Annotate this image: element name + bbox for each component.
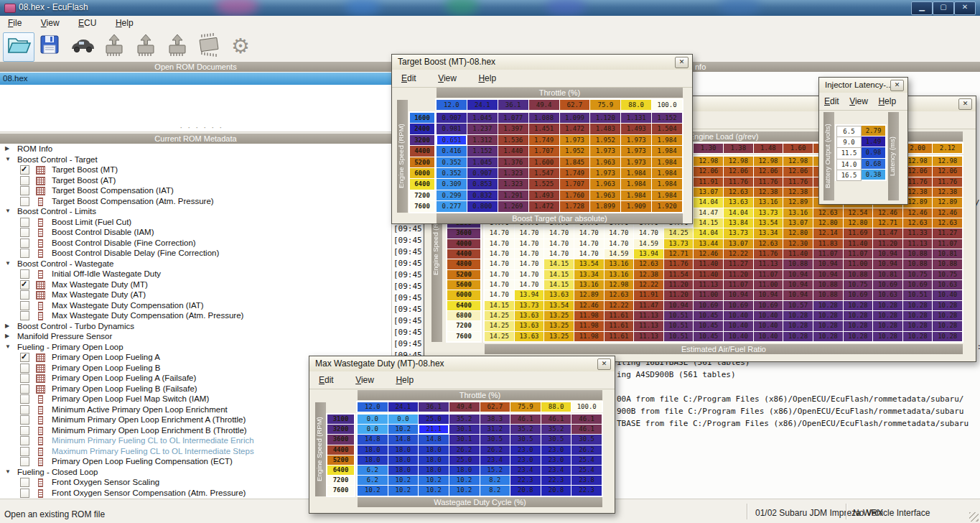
table-cell[interactable]: 12.46 — [574, 301, 604, 310]
item-checkbox[interactable] — [20, 426, 29, 435]
vehicle-button[interactable] — [67, 32, 98, 60]
table-cell[interactable]: 13.54 — [754, 218, 783, 228]
table-cell[interactable]: 20.8 — [510, 486, 541, 495]
table-cell[interactable]: 10.45 — [694, 332, 723, 341]
table-cell[interactable]: 10.94 — [873, 259, 902, 269]
table-cell[interactable]: 10.81 — [873, 270, 902, 279]
table-cell[interactable]: 10.81 — [933, 249, 962, 259]
column-header-cell[interactable]: 12.0 — [358, 402, 388, 412]
table-cell[interactable]: 1.973 — [590, 146, 620, 156]
table-cell[interactable]: 1.493 — [529, 190, 559, 200]
table-cell[interactable]: 1.045 — [467, 157, 498, 167]
table-cell[interactable]: 10.28 — [933, 311, 962, 320]
table-cell[interactable]: 14.70 — [485, 239, 514, 249]
table-cell[interactable]: 13.63 — [544, 290, 574, 300]
table-cell[interactable]: 14.59 — [634, 239, 663, 249]
table-cell[interactable]: 0.352 — [437, 168, 467, 178]
table-cell[interactable]: 11.47 — [634, 301, 663, 310]
table-cell[interactable]: 12.71 — [873, 218, 902, 228]
table-cell[interactable]: 10.69 — [844, 290, 873, 300]
table-cell[interactable]: 14.70 — [485, 249, 514, 259]
tree-group[interactable]: ▼Boost Control - Target — [0, 154, 391, 165]
table-cell[interactable]: 1.237 — [467, 124, 498, 134]
table-cell[interactable]: 14.70 — [485, 270, 514, 279]
table-cell[interactable]: 11.40 — [694, 259, 723, 269]
table-cell[interactable]: 23.0 — [541, 455, 571, 465]
table-cell[interactable]: 10.28 — [783, 321, 813, 330]
table-cell[interactable]: 1.376 — [498, 157, 528, 167]
table-cell[interactable]: 13.54 — [574, 259, 604, 269]
table-cell[interactable]: 18.0 — [358, 445, 388, 455]
table-cell[interactable]: 10.2 — [419, 486, 449, 495]
tree-item[interactable]: Initial Off-Idle Wastegate Duty — [0, 269, 391, 279]
table-cell[interactable]: 46.1 — [571, 415, 602, 424]
table-cell[interactable]: 11.00 — [694, 290, 723, 300]
table-cell[interactable]: 1.088 — [529, 113, 559, 123]
tree-item[interactable]: Boost Control Disable Delay (Fine Correc… — [0, 248, 391, 259]
table-cell[interactable]: 10.63 — [873, 290, 902, 300]
tree-group[interactable]: ▼Boost Control - Limits — [0, 206, 391, 217]
table-cell[interactable]: 1.707 — [560, 179, 590, 189]
table-cell[interactable]: 23.0 — [510, 455, 541, 465]
table-cell[interactable]: 11.40 — [844, 239, 873, 249]
menu-view[interactable]: View — [33, 16, 67, 32]
expand-arrow-icon[interactable]: ▼ — [5, 154, 11, 165]
table-cell[interactable]: 10.40 — [754, 311, 783, 320]
injector-latency-titlebar[interactable]: Injector Latency-... ✕ — [819, 78, 907, 93]
table-cell[interactable]: 14.15 — [694, 218, 723, 228]
table-cell[interactable]: 14.15 — [544, 280, 574, 290]
table-cell[interactable]: 11.27 — [933, 228, 962, 238]
table-cell[interactable]: 10.28 — [813, 321, 843, 330]
table-cell[interactable]: 10.94 — [724, 290, 753, 300]
table-cell[interactable]: 30.5 — [510, 435, 541, 444]
table-cell[interactable]: 11.40 — [783, 249, 813, 259]
table-cell[interactable]: 1.984 — [621, 179, 651, 189]
table-cell[interactable]: 1.984 — [621, 168, 651, 178]
table-cell[interactable]: 13.63 — [515, 321, 544, 330]
table-cell[interactable]: 12.98 — [605, 280, 634, 290]
table-cell[interactable]: 1.984 — [652, 146, 682, 156]
table-cell[interactable]: 12.63 — [634, 259, 663, 269]
save-rom-button[interactable] — [34, 32, 65, 60]
table-cell[interactable]: 18.0 — [419, 455, 449, 465]
table-cell[interactable]: 0.38 — [862, 170, 885, 180]
table-cell[interactable]: 31.2 — [480, 425, 510, 434]
table-cell[interactable]: 1.131 — [621, 113, 651, 123]
column-header-cell[interactable]: 49.4 — [529, 100, 559, 110]
table-cell[interactable]: 11.07 — [754, 270, 783, 279]
table-cell[interactable]: 12.63 — [754, 239, 783, 249]
table-cell[interactable]: 10.40 — [724, 321, 753, 330]
table-cell[interactable]: 12.06 — [724, 167, 753, 176]
item-checkbox[interactable]: ✓ — [20, 353, 29, 362]
table-cell[interactable]: 10.88 — [813, 280, 843, 290]
table-cell[interactable]: 1.984 — [621, 190, 651, 200]
table-cell[interactable]: 0.853 — [467, 179, 498, 189]
table-cell[interactable]: 13.63 — [515, 332, 544, 341]
table-cell[interactable]: 25.4 — [571, 466, 602, 475]
table-cell[interactable]: 11.20 — [873, 239, 902, 249]
table-cell[interactable]: 12.98 — [724, 157, 753, 166]
table-cell[interactable]: 11.07 — [844, 249, 873, 259]
table-cell[interactable]: 30.5 — [571, 435, 602, 444]
table-cell[interactable]: 11.33 — [903, 228, 933, 238]
table-cell[interactable]: 1.984 — [652, 179, 682, 189]
menu-help[interactable]: Help — [108, 16, 141, 32]
table-cell[interactable]: 13.07 — [724, 239, 753, 249]
item-checkbox[interactable] — [20, 374, 29, 383]
tree-item[interactable]: Boost Limit (Fuel Cut) — [0, 217, 391, 228]
table-cell[interactable]: 14.8 — [419, 435, 449, 444]
table-cell[interactable]: 22.3 — [510, 476, 541, 485]
table-cell[interactable]: 10.28 — [813, 332, 843, 341]
table-cell[interactable]: 11.13 — [694, 280, 723, 290]
table-cell[interactable]: 8.2 — [480, 486, 510, 495]
resize-grip[interactable] — [969, 512, 979, 522]
close-icon[interactable]: ✕ — [597, 358, 611, 370]
item-checkbox[interactable] — [20, 457, 29, 466]
table-cell[interactable]: 1.963 — [590, 190, 620, 200]
table-cell[interactable]: 1.49 — [862, 136, 885, 147]
table-cell[interactable]: 1.973 — [560, 135, 590, 145]
table-cell[interactable]: 10.94 — [813, 259, 843, 269]
table-cell[interactable]: 10.28 — [903, 332, 933, 341]
menu-edit[interactable]: Edit — [819, 93, 843, 110]
table-cell[interactable]: 38.3 — [480, 415, 510, 424]
